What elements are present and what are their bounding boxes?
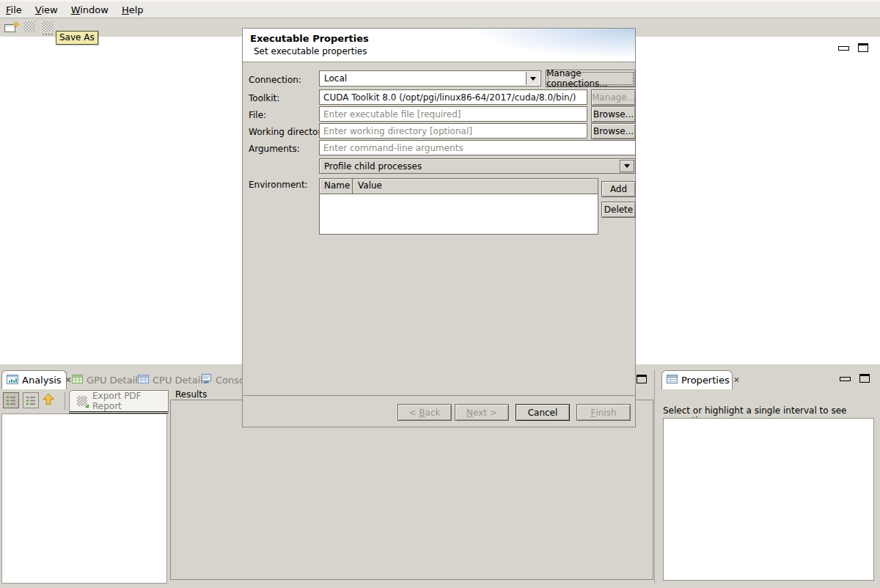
save-as-icon xyxy=(42,21,54,32)
tab-properties[interactable]: Properties ✕ xyxy=(661,370,733,389)
connection-label: Connection: xyxy=(249,75,301,85)
file-input[interactable] xyxy=(319,106,587,122)
editor-minimize-icon[interactable] xyxy=(838,46,849,51)
dialog-subtitle: Set executable properties xyxy=(254,46,367,56)
finish-button: Finish xyxy=(576,404,631,421)
menu-help[interactable]: Help xyxy=(122,4,144,15)
export-pdf-report-button[interactable]: Export PDF Report xyxy=(69,390,169,414)
working-directory-label: Working directory: xyxy=(249,127,329,137)
export-pdf-label: Export PDF Report xyxy=(92,391,168,411)
analysis-unguided-mode-button[interactable] xyxy=(23,392,39,408)
environment-table[interactable]: Name Value xyxy=(319,178,598,235)
dialog-separator xyxy=(243,395,635,396)
properties-maximize-icon[interactable] xyxy=(859,374,870,383)
dialog-header: Executable Properties Set executable pro… xyxy=(243,29,635,62)
toolbar-separator xyxy=(65,392,65,410)
save-icon xyxy=(23,21,35,32)
analysis-guided-mode-button[interactable] xyxy=(3,392,19,408)
next-button: Next > xyxy=(455,404,509,421)
environment-label: Environment: xyxy=(249,180,308,190)
dialog-header-gradient xyxy=(459,29,635,56)
dialog-title: Executable Properties xyxy=(250,33,369,44)
file-label: File: xyxy=(249,110,266,120)
editor-maximize-icon[interactable] xyxy=(858,43,868,52)
tab-analysis[interactable]: Analysis ✕ xyxy=(1,370,67,389)
profile-dropdown-arrow[interactable] xyxy=(620,160,634,172)
connection-value: Local xyxy=(324,73,347,84)
environment-table-header: Name Value xyxy=(320,179,598,194)
export-pdf-icon xyxy=(77,396,87,406)
working-directory-input[interactable] xyxy=(319,123,587,139)
analysis-tab-icon xyxy=(7,375,18,386)
gpu-details-tab-icon xyxy=(72,375,83,386)
profile-child-processes-combo[interactable]: Profile child processes xyxy=(319,158,636,174)
arguments-label: Arguments: xyxy=(249,144,300,154)
new-session-icon[interactable] xyxy=(4,21,20,35)
tab-analysis-label: Analysis xyxy=(22,375,62,386)
env-column-value[interactable]: Value xyxy=(353,179,598,194)
console-tab-icon xyxy=(201,374,212,386)
toolkit-input[interactable] xyxy=(319,89,587,105)
analysis-up-arrow-icon[interactable] xyxy=(43,393,54,408)
toolkit-manage-button: Manage... xyxy=(591,89,636,106)
env-delete-button[interactable]: Delete xyxy=(601,202,636,218)
save-as-tooltip: Save As xyxy=(56,31,98,45)
save-as-dropdown-dots xyxy=(43,34,53,35)
manage-connections-button[interactable]: Manage connections... xyxy=(546,70,636,87)
profile-child-processes-value: Profile child processes xyxy=(324,161,422,172)
results-group-label: Results xyxy=(173,389,209,400)
back-button: < Back xyxy=(397,404,452,421)
executable-properties-dialog: Executable Properties Set executable pro… xyxy=(242,28,636,427)
menu-bar: File View Window Help xyxy=(0,0,880,18)
properties-minimize-icon[interactable] xyxy=(840,377,851,381)
env-add-button[interactable]: Add xyxy=(601,181,636,197)
tab-properties-label: Properties xyxy=(681,375,730,386)
analysis-panel-maximize-icon[interactable] xyxy=(637,375,647,383)
connection-combo[interactable]: Local xyxy=(319,70,541,87)
cancel-button[interactable]: Cancel xyxy=(516,404,570,421)
properties-tab-icon xyxy=(667,375,678,386)
menu-window[interactable]: Window xyxy=(71,4,109,15)
workdir-browse-button[interactable]: Browse... xyxy=(591,123,636,139)
env-column-name[interactable]: Name xyxy=(320,179,353,194)
connection-dropdown-arrow[interactable] xyxy=(526,72,540,85)
analysis-list-area[interactable] xyxy=(1,414,167,584)
cpu-details-tab-icon xyxy=(138,375,149,386)
toolkit-label: Toolkit: xyxy=(249,93,279,103)
properties-content-area[interactable] xyxy=(663,418,874,581)
tab-properties-close-icon[interactable]: ✕ xyxy=(733,375,740,385)
menu-file[interactable]: File xyxy=(6,4,22,15)
arguments-input[interactable] xyxy=(319,140,636,155)
file-browse-button[interactable]: Browse... xyxy=(591,106,636,122)
menu-view[interactable]: View xyxy=(35,4,58,15)
